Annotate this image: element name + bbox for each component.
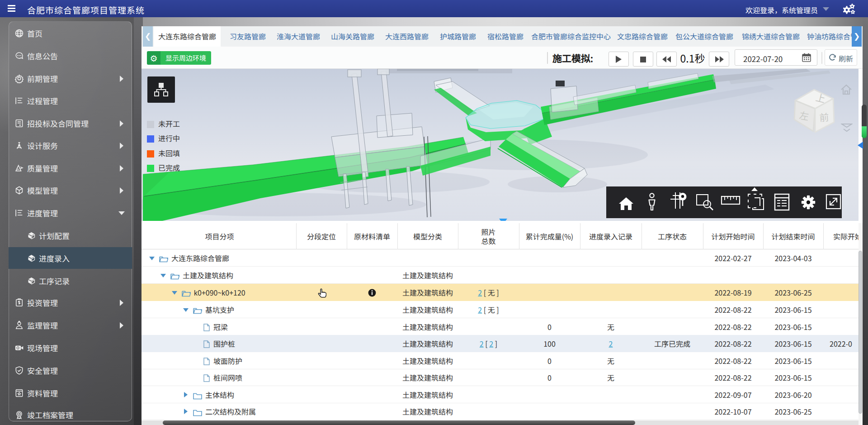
svg-text:前: 前 <box>819 110 829 124</box>
